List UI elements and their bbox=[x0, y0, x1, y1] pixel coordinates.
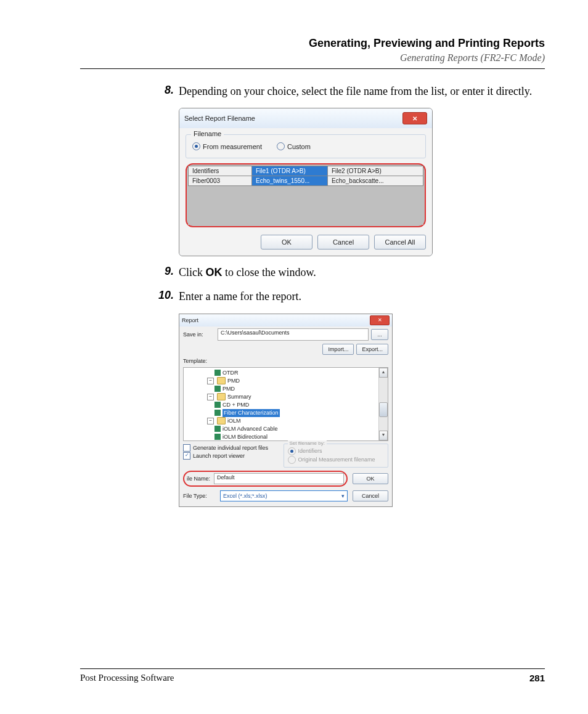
step-9-number: 9. bbox=[154, 265, 179, 280]
tree-item-iolm-advanced[interactable]: iOLM Advanced Cable bbox=[186, 425, 385, 433]
file-type-select[interactable]: Excel (*.xls;*.xlsx) bbox=[220, 490, 348, 501]
close-icon[interactable]: ✕ bbox=[370, 315, 390, 325]
footer-left: Post Processing Software bbox=[80, 673, 174, 683]
radio-icon bbox=[288, 447, 296, 455]
dialog1-title: Select Report Filename bbox=[184, 115, 255, 122]
cancel-button[interactable]: Cancel bbox=[317, 235, 369, 249]
template-tree[interactable]: OTDR −PMD PMD −Summary CD + PMD Fiber Ch… bbox=[183, 367, 388, 441]
radio-icon bbox=[288, 456, 296, 464]
file-name-label: ile Name: bbox=[187, 476, 210, 482]
header-rule bbox=[80, 68, 545, 69]
cancel-button[interactable]: Cancel bbox=[353, 490, 388, 501]
step-8-number: 8. bbox=[154, 84, 179, 99]
tree-item-iolm[interactable]: −iOLM bbox=[186, 417, 385, 425]
radio-icon bbox=[277, 142, 285, 150]
checkbox-icon: ✓ bbox=[183, 452, 190, 460]
radio-icon bbox=[192, 142, 200, 150]
tree-item-fiber-characterization[interactable]: Fiber Characterization bbox=[186, 409, 385, 417]
table-cell[interactable]: File1 (OTDR A>B) bbox=[252, 166, 328, 176]
checkbox-icon bbox=[183, 444, 190, 452]
page-number: 281 bbox=[529, 673, 545, 683]
cancel-all-button[interactable]: Cancel All bbox=[374, 235, 426, 249]
radio-custom[interactable]: Custom bbox=[277, 142, 311, 150]
excel-icon bbox=[214, 402, 221, 408]
excel-icon bbox=[214, 370, 221, 376]
excel-icon bbox=[214, 426, 221, 432]
checkbox-launch-viewer[interactable]: ✓ Launch report viewer bbox=[183, 452, 280, 460]
filename-group-label: Filename bbox=[191, 130, 224, 137]
collapse-icon[interactable]: − bbox=[207, 378, 214, 384]
radio-custom-label: Custom bbox=[287, 143, 311, 150]
footer-rule bbox=[80, 668, 545, 669]
set-filename-by-label: Set filename by: bbox=[288, 440, 327, 446]
scroll-up-icon[interactable]: ▲ bbox=[379, 368, 388, 378]
tree-item-cd-pmd[interactable]: CD + PMD bbox=[186, 401, 385, 409]
radio-from-measurement-label: From measurement bbox=[203, 143, 262, 150]
radio-identifiers: Identifiers bbox=[288, 447, 385, 455]
table-cell[interactable]: Identifiers bbox=[189, 166, 252, 176]
folder-icon bbox=[217, 417, 226, 424]
file-table[interactable]: Identifiers File1 (OTDR A>B) File2 (OTDR… bbox=[188, 166, 423, 186]
set-filename-by-group: Set filename by: Identifiers Original Me… bbox=[284, 444, 389, 468]
save-in-label: Save in: bbox=[183, 331, 215, 338]
page-subtitle: Generating Reports (FR2-FC Mode) bbox=[80, 52, 545, 63]
tree-item-pmd-folder[interactable]: −PMD bbox=[186, 377, 385, 385]
export-button[interactable]: Export... bbox=[356, 344, 388, 355]
tree-item-summary[interactable]: −Summary bbox=[186, 393, 385, 401]
tree-item-otdr[interactable]: OTDR bbox=[186, 369, 385, 377]
select-report-filename-dialog: Select Report Filename ✕ Filename From m… bbox=[179, 108, 433, 256]
ok-button[interactable]: OK bbox=[261, 235, 312, 249]
ok-button[interactable]: OK bbox=[353, 473, 388, 484]
folder-icon bbox=[217, 377, 226, 384]
tree-item-iolm-bidir[interactable]: iOLM Bidirectional bbox=[186, 433, 385, 441]
radio-from-measurement[interactable]: From measurement bbox=[192, 142, 262, 150]
table-cell[interactable]: Echo_twins_1550... bbox=[252, 176, 328, 186]
excel-icon bbox=[214, 434, 221, 440]
file-name-input[interactable]: Default bbox=[214, 473, 344, 484]
import-button[interactable]: Import... bbox=[322, 344, 354, 355]
save-in-input[interactable]: C:\Users\sasaul\Documents bbox=[218, 328, 369, 341]
collapse-icon[interactable]: − bbox=[207, 418, 214, 424]
scroll-down-icon[interactable]: ▼ bbox=[379, 431, 388, 440]
browse-button[interactable]: ... bbox=[371, 329, 388, 340]
file-name-highlight: ile Name: Default bbox=[183, 471, 348, 487]
scrollbar[interactable]: ▲ ▼ bbox=[378, 368, 388, 440]
tree-item-pmd[interactable]: PMD bbox=[186, 385, 385, 393]
radio-original-filename: Original Measurement filename bbox=[288, 456, 385, 464]
collapse-icon[interactable]: − bbox=[207, 394, 214, 400]
report-dialog: Report ✕ Save in: C:\Users\sasaul\Docume… bbox=[179, 314, 393, 507]
close-icon[interactable]: ✕ bbox=[402, 112, 427, 124]
step-9-text: Click OK to close the window. bbox=[179, 265, 316, 280]
step-10-number: 10. bbox=[154, 289, 179, 304]
template-label: Template: bbox=[183, 358, 215, 364]
table-cell[interactable]: File2 (OTDR A>B) bbox=[328, 166, 423, 176]
checkbox-generate-individual[interactable]: Generate individual report files bbox=[183, 444, 280, 452]
page-title: Generating, Previewing and Printing Repo… bbox=[80, 37, 545, 50]
excel-icon bbox=[214, 386, 221, 392]
file-type-label: File Type: bbox=[183, 493, 215, 499]
scroll-thumb[interactable] bbox=[379, 402, 388, 417]
step-8-text: Depending on your choice, select the fil… bbox=[179, 84, 532, 99]
folder-icon bbox=[217, 393, 226, 400]
dialog2-title: Report bbox=[182, 317, 198, 323]
excel-icon bbox=[214, 410, 221, 416]
table-cell[interactable]: Echo_backscatte... bbox=[328, 176, 423, 186]
step-10-text: Enter a name for the report. bbox=[179, 289, 301, 304]
table-cell[interactable]: Fiber0003 bbox=[189, 176, 252, 186]
file-table-highlight: Identifiers File1 (OTDR A>B) File2 (OTDR… bbox=[186, 163, 426, 227]
